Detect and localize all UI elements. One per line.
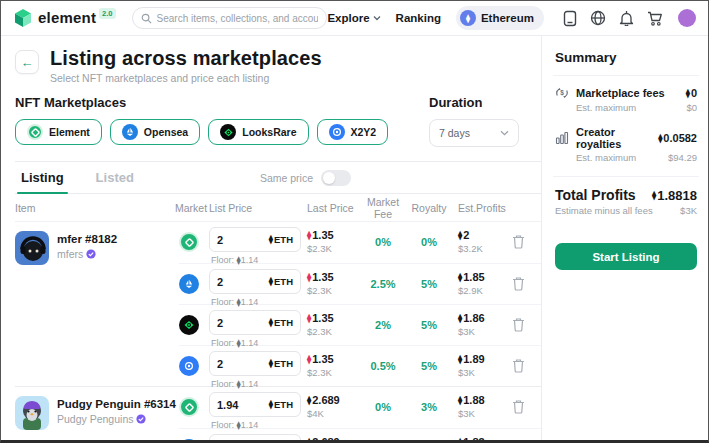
item-name[interactable]: Pudgy Penguin #6314 [57,398,176,410]
globe-icon[interactable] [590,10,606,26]
est-profit-cell: ⧫1.83 $2.9K [452,429,512,443]
est-profit-cell: ⧫1.85 $2.9K [452,264,512,304]
market-row-element: 1.94 ⧫ETH Floor: ⧫1.14 ⧫2.689 $4K 0% 3% … [179,387,541,428]
version-badge: 2.0 [99,8,115,19]
chain-selector[interactable]: ⧫ Ethereum [456,6,544,30]
delete-listing-button[interactable] [512,317,525,335]
market-row-opensea: 1.94 ⧫ETH Floor: ⧫1.14 ⧫2.689 $4K 2.5% 3… [179,428,541,443]
verified-badge-icon [86,249,96,259]
tab-listing[interactable]: Listing [21,162,64,193]
list-price-input[interactable]: 2 ⧫ETH [209,269,301,294]
looksrare-marketplace-icon [220,124,236,140]
total-profits-eth: 1.8818 [657,188,697,203]
navbar: element 2.0 Explore Ranking ⧫ Ethereum [1,1,708,36]
x2y2-market-icon [179,356,199,376]
market-fee: 0% [375,401,391,413]
market-rows: 2 ⧫ETH Floor: ⧫1.14 ⧫1.35 $2.3K 0% 0% ⧫2… [179,222,541,386]
delete-listing-button[interactable] [512,234,525,252]
list-price-input[interactable]: 1.94 ⧫ETH [209,392,301,417]
verified-badge-icon [136,414,146,424]
royalties-usd-value: $94.29 [668,152,697,163]
marketplace-button-looksrare[interactable]: LooksRare [208,119,308,145]
search-input[interactable] [157,13,319,24]
summary-sidebar: Summary $ Marketplace fees ⧫0 Est. maxim… [541,36,709,443]
last-price-cell: ⧫1.35 $2.3K [307,346,360,386]
eth-icon: ⧫ [307,273,311,282]
last-price-cell: ⧫2.689 $4K [307,387,360,428]
start-listing-button[interactable]: Start Listing [555,243,697,270]
page-title: Listing across marketplaces [50,47,322,70]
back-button[interactable]: ← [15,50,39,74]
marketplace-label: LooksRare [242,126,296,138]
collection-name[interactable]: mfers [57,248,83,260]
column-market: Market [175,202,209,214]
marketplace-button-opensea[interactable]: Opensea [110,119,200,145]
collection-name[interactable]: Pudgy Penguins [57,413,133,425]
royalty: 0% [421,236,437,248]
list-price-value: 2 [217,234,223,246]
delete-listing-button[interactable] [512,399,525,417]
list-price-input[interactable]: 2 ⧫ETH [209,310,301,335]
last-price-cell: ⧫1.35 $2.3K [307,264,360,304]
list-price-input[interactable]: 1.94 ⧫ETH [209,434,301,443]
wallet-icon[interactable] [563,10,577,27]
table-header: Item Market List Price Last Price Market… [15,194,541,222]
main-content: ← Listing across marketplaces Select NFT… [1,36,541,443]
marketplace-button-element[interactable]: Element [15,119,102,145]
element-market-icon [179,232,199,252]
chevron-down-icon [500,130,509,136]
eth-icon: ⧫ [652,191,656,200]
search-bar[interactable] [132,7,328,29]
looksrare-market-icon [179,315,199,335]
market-fee: 0.5% [370,360,395,372]
chevron-down-icon [373,15,381,21]
eth-icon: ⧫ [458,438,462,443]
marketplace-duration-section: NFT Marketplaces Element Opensea [15,95,541,147]
column-est-profits: Est.Profits [452,202,512,214]
eth-icon: ⧫ [307,438,311,443]
x2y2-marketplace-icon [329,124,345,140]
market-row-looksrare: 2 ⧫ETH Floor: ⧫1.14 ⧫1.35 $2.3K 2% 5% ⧫1… [179,304,541,345]
delete-listing-button[interactable] [512,276,525,294]
list-price-value: 2 [217,276,223,288]
item-group-pudgy-penguin: Pudgy Penguin #6314 Pudgy Penguins 1.94 … [15,386,541,443]
royalty: 5% [421,360,437,372]
item-cell: mfer #8182 mfers [15,222,179,386]
cart-icon[interactable] [647,11,663,26]
royalty: 5% [421,319,437,331]
user-avatar[interactable] [678,9,696,27]
fees-sub: Est. maximum [576,102,686,113]
element-marketplace-icon [27,124,43,140]
marketplace-button-x2y2[interactable]: X2Y2 [317,119,389,145]
item-cell: Pudgy Penguin #6314 Pudgy Penguins [15,387,179,443]
tab-listed[interactable]: Listed [96,162,134,193]
duration-select[interactable]: 7 days [429,119,519,147]
eth-icon: ⧫ [307,396,311,405]
brand-name: element [38,8,96,28]
svg-text:$: $ [560,89,564,97]
list-price-input[interactable]: 2 ⧫ETH [209,351,301,376]
item-avatar[interactable] [15,231,49,265]
nav-explore[interactable]: Explore [327,12,380,24]
brand-logo[interactable]: element 2.0 [13,8,116,28]
same-price-toggle[interactable] [321,170,351,186]
item-group-mfer: mfer #8182 mfers 2 ⧫ETH Floor: ⧫ [15,222,541,386]
market-fee: 2.5% [370,278,395,290]
tabs-bar: Listing Listed Same price [15,162,541,194]
eth-icon: ⧫ [458,355,462,364]
eth-icon: ⧫ [307,314,311,323]
market-fee: 2% [375,319,391,331]
list-price-value: 2 [217,317,223,329]
royalties-label: Creator royalties [576,126,658,150]
nav-ranking[interactable]: Ranking [396,12,441,24]
eth-icon: ⧫ [658,134,662,143]
list-price-value: 2 [217,358,223,370]
item-name[interactable]: mfer #8182 [57,233,117,245]
eth-icon: ⧫ [269,277,273,286]
list-price-input[interactable]: 2 ⧫ETH [209,227,301,252]
delete-listing-button[interactable] [512,358,525,376]
bell-icon[interactable] [619,10,634,26]
duration-value: 7 days [439,127,470,139]
marketplace-label: Opensea [144,126,188,138]
item-avatar[interactable] [15,396,49,430]
